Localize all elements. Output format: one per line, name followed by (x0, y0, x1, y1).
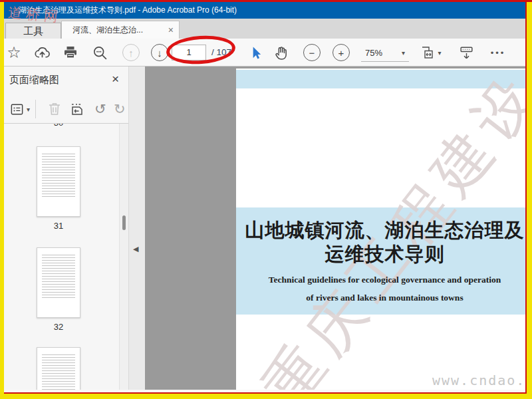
rotate-ccw-button[interactable]: ↺ (94, 94, 106, 124)
thumbnail-content (42, 255, 75, 299)
zoom-level-dropdown[interactable]: 75% ▾ (361, 44, 409, 62)
next-page-button[interactable]: ↓ (151, 39, 168, 66)
thumbnail-scrollbar[interactable] (119, 124, 128, 390)
thumbnail-label-31: 31 (4, 221, 113, 231)
favorites-star-button[interactable]: ☆ (5, 39, 23, 66)
screenshot-frame: 、湖泊生态治理及运维技术导则.pdf - Adobe Acrobat Pro (… (0, 0, 532, 399)
ellipsis-icon: ••• (491, 48, 506, 58)
delete-pages-button[interactable] (47, 94, 63, 124)
thumbnail-label-32: 32 (4, 322, 113, 332)
plus-icon: + (332, 44, 350, 61)
thumbnail-content (42, 354, 75, 390)
panel-splitter[interactable]: ◀ (129, 66, 145, 390)
options-list-icon (9, 102, 25, 117)
window-title-bar: 、湖泊生态治理及运维技术导则.pdf - Adobe Acrobat Pro (… (4, 2, 525, 19)
rotate-cw-icon: ↻ (114, 101, 126, 117)
fit-width-icon (420, 45, 436, 61)
share-upload-button[interactable] (33, 39, 51, 66)
tab-close-icon[interactable]: × (168, 21, 174, 39)
panel-header: 页面缩略图 × (4, 66, 128, 94)
scroll-mode-button[interactable] (458, 39, 475, 66)
page-fit-dropdown[interactable]: ▾ (436, 39, 444, 66)
document-title-block: 山地城镇河流、湖泊生态治理及 运维技术导则 Technical guidelin… (236, 207, 525, 307)
page-thumbnails-panel: 页面缩略图 × ▾ (4, 66, 129, 390)
rotate-ccw-icon: ↺ (94, 101, 106, 117)
tab-bar: 工具 河流、湖泊生态治... × (4, 19, 525, 39)
thumbnail-page-33[interactable] (37, 347, 80, 390)
rotate-cw-button[interactable]: ↻ (114, 94, 126, 124)
arrow-down-icon: ↓ (151, 44, 168, 61)
pdf-page: 重庆工程建设 山地城镇河流、湖泊生态治理及 运维技术导则 Technical g… (236, 68, 525, 390)
scrolling-pages-icon (458, 45, 475, 61)
more-tools-button[interactable]: ••• (487, 39, 509, 66)
toolbar-separator (35, 100, 36, 118)
chevron-down-icon: ▾ (438, 49, 441, 57)
arrow-up-icon: ↑ (122, 44, 140, 61)
tab-document-label: 河流、湖泊生态治... (72, 25, 143, 35)
printer-icon (63, 45, 78, 61)
chevron-down-icon: ▾ (402, 49, 405, 57)
print-button[interactable] (62, 39, 79, 66)
title-zh-line1: 山地城镇河流、湖泊生态治理及 (236, 218, 525, 242)
zoom-level-value: 75% (365, 48, 382, 58)
panel-title: 页面缩略图 (9, 74, 59, 86)
zoom-out-button[interactable]: − (303, 39, 321, 66)
star-icon: ☆ (7, 43, 21, 62)
collapse-panel-icon[interactable]: ◀ (133, 245, 138, 253)
chevron-down-icon: ▾ (27, 106, 30, 113)
cursor-arrow-icon (248, 45, 263, 61)
thumbnail-label-30: 30 (4, 124, 113, 128)
thumbnail-page-31[interactable] (37, 146, 80, 217)
document-view[interactable]: 重庆工程建设 山地城镇河流、湖泊生态治理及 运维技术导则 Technical g… (145, 66, 525, 390)
thumbnail-page-32[interactable] (37, 247, 80, 318)
scrollbar-thumb[interactable] (122, 215, 126, 230)
tab-document[interactable]: 河流、湖泊生态治... × (61, 21, 180, 39)
thumbnail-list: 30 31 32 (4, 124, 128, 390)
thumbnail-options-button[interactable]: ▾ (9, 94, 30, 124)
page-fit-button[interactable] (419, 39, 436, 66)
previous-page-button[interactable]: ↑ (122, 39, 140, 66)
hand-icon (273, 45, 290, 61)
page-crop-icon (69, 101, 85, 117)
content-area: 页面缩略图 × ▾ (4, 66, 525, 390)
panel-close-icon[interactable]: × (112, 72, 119, 86)
minus-icon: − (303, 44, 321, 61)
hand-tool-button[interactable] (273, 39, 290, 66)
site-watermark: www.cndao.com (432, 372, 525, 388)
selection-tool-button[interactable] (247, 39, 263, 66)
title-zh-line2: 运维技术导则 (236, 242, 525, 266)
insert-pages-button[interactable] (69, 94, 85, 124)
search-icon (92, 45, 108, 61)
thumbnail-content (42, 154, 75, 198)
zoom-in-button[interactable]: + (332, 39, 350, 66)
panel-toolbar: ▾ ↺ (4, 94, 128, 124)
find-button[interactable] (91, 39, 108, 66)
main-toolbar: ☆ ↑ ↓ (4, 39, 525, 66)
trash-icon (47, 101, 63, 117)
title-en-line1: Technical guidelines for ecological gove… (236, 271, 525, 289)
title-en-line2: of rivers and lakes in mountainous towns (236, 289, 525, 307)
cloud-upload-icon (34, 45, 51, 61)
acrobat-window: 、湖泊生态治理及运维技术导则.pdf - Adobe Acrobat Pro (… (4, 2, 527, 394)
